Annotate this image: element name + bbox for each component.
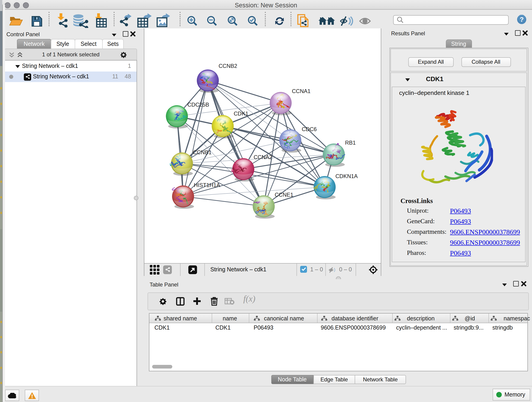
- svg-text:CDK1: CDK1: [234, 110, 248, 117]
- svg-text:CDC6: CDC6: [302, 126, 317, 132]
- svg-text:CCNE1: CCNE1: [275, 191, 293, 198]
- svg-text:HIST1H1A: HIST1H1A: [194, 182, 220, 188]
- svg-text:CCNB1: CCNB1: [193, 149, 211, 155]
- svg-text:?: ?: [520, 16, 524, 23]
- svg-text:CDC25B: CDC25B: [187, 102, 209, 108]
- svg-text:CDKN1A: CDKN1A: [336, 173, 358, 179]
- svg-text:CCNA2: CCNA2: [254, 154, 272, 160]
- svg-text:CCNA1: CCNA1: [292, 88, 310, 94]
- svg-text:CCNB2: CCNB2: [219, 63, 237, 69]
- svg-text:RB1: RB1: [345, 140, 356, 146]
